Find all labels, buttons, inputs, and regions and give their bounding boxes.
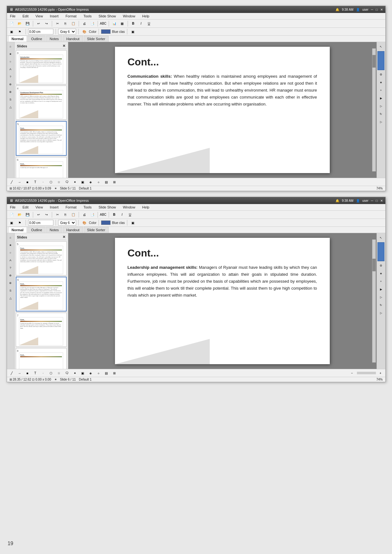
right-icon-play-2[interactable]: ▷ [377,294,384,301]
draw-btn13[interactable]: ▤ [103,179,110,185]
draw-btn7-2[interactable]: ☆ [56,370,63,376]
draw-btn4[interactable]: T [32,179,39,185]
sidebar-icon-circle-1[interactable]: ○ [7,58,14,65]
menu-help-1[interactable]: Help [141,14,151,19]
draw-btn1[interactable]: ╱ [8,179,15,185]
menu-slideshow-1[interactable]: Slide Show [97,14,117,19]
pdf-btn-2[interactable]: 📑 [89,212,96,218]
eyedrop-btn-2[interactable]: 🎨 [81,220,88,226]
bold-btn-2[interactable]: B [111,212,118,218]
underline-btn-1[interactable]: U [146,21,153,27]
slide-thumb-8-w2[interactable]: 8 Cont... [16,348,67,369]
draw-btn9[interactable]: ✦ [71,179,78,185]
tb2-btn2[interactable]: ⚑ [16,28,23,35]
tab-outline-2[interactable]: Outline [27,227,45,233]
slides-panel-close-1[interactable]: ✕ [63,44,65,48]
right-icon-play-1[interactable]: ▷ [377,103,384,110]
zoom-slider-2[interactable] [357,372,376,374]
tb2-2-btn2[interactable]: ⚑ [16,220,23,226]
tab-notes-2[interactable]: Notes [46,227,62,233]
copy-btn-2[interactable]: ⎘ [62,212,69,218]
sidebar-icon-a-2[interactable]: A [7,257,14,263]
pdf-btn-1[interactable]: 📑 [89,21,96,27]
right-icon-chevron-2[interactable]: ▷ [377,310,384,316]
right-icon-arrow-1[interactable]: ▶ [377,95,384,102]
sidebar-icon-home-1[interactable]: ⌂ [7,43,14,50]
draw-btn3-2[interactable]: ■ [24,370,31,376]
tab-sorter-1[interactable]: Slide Sorter [84,36,109,42]
slide-thumb-6-w1[interactable]: 6 Cont... Leadership and management skil… [16,157,67,178]
draw-btn13-2[interactable]: ▤ [103,370,110,376]
tb2-btn1[interactable]: ▣ [8,28,15,35]
draw-btn12[interactable]: ⟐ [95,179,102,185]
copy-btn-1[interactable]: ⎘ [62,21,69,27]
slide-thumb-6-w2[interactable]: 6 Cont... Leadership and management skil… [16,277,67,311]
maximize-btn-1[interactable]: □ [376,8,377,11]
slide-thumb-5[interactable]: 5 Cont... Communication skills: When hea… [16,121,67,156]
vscrollbar-2[interactable] [372,239,376,363]
redo-btn-1[interactable]: ↪ [43,21,50,27]
right-icon-arrow-2[interactable]: ▶ [377,286,384,293]
spell-btn-1[interactable]: ABC [100,21,107,27]
menu-help-2[interactable]: Help [141,205,151,210]
draw-btn14[interactable]: ⊞ [111,179,118,185]
tb2-2-btn1[interactable]: ▣ [8,220,15,226]
slide-canvas-1[interactable]: Cont... Communication skills: When healt… [115,47,330,173]
menu-insert-2[interactable]: Insert [49,205,60,210]
position-input-1[interactable] [28,29,53,34]
tab-normal-1[interactable]: Normal [8,36,27,42]
undo-btn-1[interactable]: ↩ [35,21,42,27]
zoom-in-btn-2[interactable]: + [377,370,384,376]
underline-btn-2[interactable]: U [127,212,134,218]
menu-window-2[interactable]: Window [122,205,136,210]
fill-btn-1[interactable]: ▣ [130,28,136,35]
vscroll-thumb-2[interactable] [372,259,376,271]
position-input-2[interactable] [28,220,53,226]
sidebar-icon-s-1[interactable]: S [7,96,14,103]
gray-select-1[interactable]: Gray 6 [58,29,76,34]
table-btn-1[interactable]: ▦ [119,21,126,27]
draw-btn1-2[interactable]: ╱ [8,370,15,376]
sidebar-icon-q-2[interactable]: ? [7,265,14,271]
save-btn-2[interactable]: 💾 [24,212,31,218]
right-icon-plus-2[interactable]: + [377,278,384,285]
slides-panel-close-2[interactable]: ✕ [63,235,65,239]
sidebar-icon-lamp-1[interactable]: ⊕ [7,81,14,87]
draw-btn14-2[interactable]: ⊞ [111,370,118,376]
menu-format-2[interactable]: Format [64,205,78,210]
menu-slideshow-2[interactable]: Slide Show [97,205,117,210]
paste-btn-2[interactable]: 📋 [70,212,77,218]
right-icon-expand-1[interactable]: ↖ [377,43,384,50]
right-icon-gear-2[interactable]: ⚙ [377,262,384,269]
right-icon-chevron-1[interactable]: ▷ [377,118,384,125]
gray-select-2[interactable]: Gray 6 [58,220,76,226]
right-icon-star-1[interactable]: ★ [377,79,384,86]
redo-btn-2[interactable]: ↪ [43,212,50,218]
sidebar-icon-lamp-2[interactable]: ⊕ [7,272,14,279]
slide-thumb-5-w2[interactable]: 5 Cont... Communication skills: When hea… [16,241,67,275]
print-btn-2[interactable]: 🖨 [81,212,88,218]
menu-insert-1[interactable]: Insert [49,14,60,19]
tab-handout-2[interactable]: Handout [63,227,83,233]
draw-btn10-2[interactable]: ▣ [79,370,86,376]
menu-tools-2[interactable]: Tools [82,205,93,210]
sidebar-icon-tri-1[interactable]: △ [7,104,14,110]
open-btn-1[interactable]: 📂 [16,21,23,27]
fill-btn-2[interactable]: ▣ [130,220,136,226]
vscroll-thumb-1[interactable] [372,55,376,68]
right-icon-plus-1[interactable]: + [377,87,384,94]
slide-canvas-2[interactable]: Cont... Leadership and management skills… [115,238,330,364]
tab-notes-1[interactable]: Notes [46,36,62,42]
sidebar-icon-star-1[interactable]: ★ [7,51,14,57]
draw-btn7[interactable]: ☆ [56,179,63,185]
sidebar-icon-tri-2[interactable]: △ [7,295,14,301]
right-icon-loop-1[interactable]: ↻ [377,111,384,117]
draw-btn12-2[interactable]: ⟐ [95,370,102,376]
sidebar-icon-circle-2[interactable]: ○ [7,250,14,256]
slide-thumb-7-w2[interactable]: 7 Cont... Family training skills: It is … [16,313,67,347]
sidebar-icon-sym-2[interactable]: ⊗ [7,280,14,286]
tab-normal-2[interactable]: Normal [8,227,27,233]
eyedrop-btn-1[interactable]: 🎨 [81,28,88,35]
italic-btn-1[interactable]: I [138,21,145,27]
menu-file-2[interactable]: File [9,205,17,210]
